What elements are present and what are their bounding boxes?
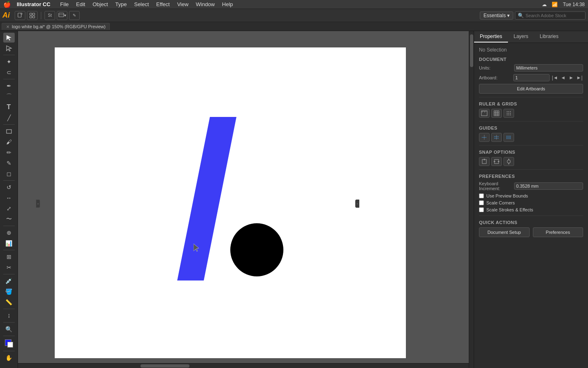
view-toggle-btn[interactable]: ▾ bbox=[57, 11, 67, 20]
blend-tool[interactable]: ⫶ bbox=[3, 311, 15, 321]
blue-parallelogram[interactable] bbox=[177, 117, 236, 280]
search-stock-input[interactable] bbox=[526, 13, 583, 18]
menu-effect[interactable]: Effect bbox=[153, 0, 173, 9]
fill-stroke-colors[interactable] bbox=[3, 338, 15, 349]
vscroll-thumb[interactable] bbox=[470, 34, 473, 67]
artboard-btn[interactable]: St bbox=[45, 11, 55, 20]
menu-file[interactable]: File bbox=[57, 0, 72, 9]
hand-tool[interactable]: ✋ bbox=[3, 353, 15, 363]
snap-icons bbox=[479, 157, 583, 166]
snap-icon-3[interactable] bbox=[503, 157, 514, 166]
pen-tool[interactable]: ✒ bbox=[3, 81, 15, 91]
new-document-btn[interactable] bbox=[15, 11, 25, 20]
library-btn[interactable] bbox=[27, 11, 38, 20]
divider-1 bbox=[479, 97, 583, 97]
rotate-tool[interactable]: ↺ bbox=[3, 182, 15, 192]
ruler-grids-label: Ruler & Grids bbox=[479, 101, 583, 106]
measure-tool[interactable]: 📏 bbox=[3, 297, 15, 307]
blob-brush-tool[interactable]: ✏ bbox=[3, 148, 15, 157]
canvas-vscrollbar[interactable] bbox=[469, 31, 474, 368]
guides-icon-3[interactable] bbox=[503, 133, 514, 142]
menu-type[interactable]: Type bbox=[112, 0, 130, 9]
tab-properties[interactable]: Properties bbox=[474, 31, 508, 43]
graph-tool[interactable]: 📊 bbox=[3, 238, 15, 248]
canvas-hscrollbar[interactable] bbox=[18, 363, 469, 368]
type-tool[interactable]: T bbox=[3, 102, 15, 112]
tab-layers[interactable]: Layers bbox=[508, 31, 534, 43]
dots-grid-icon-btn[interactable] bbox=[503, 109, 514, 118]
grid-icon-btn[interactable] bbox=[491, 109, 502, 118]
zoom-tool[interactable]: 🔍 bbox=[3, 324, 15, 334]
guides-icon-2[interactable] bbox=[491, 133, 502, 142]
svg-rect-9 bbox=[7, 130, 11, 133]
artboard-tool[interactable]: ⊞ bbox=[3, 252, 15, 262]
magic-wand-tool[interactable]: ✦ bbox=[3, 57, 15, 67]
hscroll-thumb[interactable] bbox=[140, 364, 189, 368]
use-preview-bounds-checkbox[interactable] bbox=[479, 193, 484, 198]
warp-tool[interactable]: 〜 bbox=[3, 214, 15, 224]
paintbrush-tool[interactable]: 🖌 bbox=[3, 137, 15, 147]
edit-artboards-button[interactable]: Edit Artboards bbox=[479, 84, 583, 94]
pencil-tool[interactable]: ✎ bbox=[3, 158, 15, 168]
units-select[interactable]: Millimeters bbox=[514, 64, 583, 72]
lasso-tool[interactable]: ⊂ bbox=[3, 67, 15, 77]
scale-corners-label[interactable]: Scale Corners bbox=[486, 200, 515, 205]
pen-tool-btn[interactable]: ✎ bbox=[69, 11, 80, 20]
preferences-button[interactable]: Preferences bbox=[533, 227, 584, 237]
artboard-next[interactable]: ► bbox=[568, 74, 575, 81]
search-icon: 🔍 bbox=[518, 13, 524, 18]
artboard-prev-prev[interactable]: |◄ bbox=[551, 74, 559, 81]
selection-tool[interactable] bbox=[3, 33, 15, 43]
artboard-prev[interactable]: ◄ bbox=[559, 74, 567, 81]
paint-bucket-tool[interactable]: 🪣 bbox=[3, 287, 15, 296]
document-section-title: Document bbox=[479, 57, 583, 62]
scale-strokes-checkbox[interactable] bbox=[479, 207, 484, 212]
svg-rect-5 bbox=[30, 16, 32, 18]
document-setup-button[interactable]: Document Setup bbox=[479, 227, 530, 237]
snap-icon-1[interactable] bbox=[479, 157, 490, 166]
menu-view[interactable]: View bbox=[174, 0, 192, 9]
svg-marker-10 bbox=[177, 117, 236, 280]
artboard-label: Artboard: bbox=[479, 75, 512, 80]
scale-strokes-label[interactable]: Scale Strokes & Effects bbox=[486, 207, 533, 212]
use-preview-bounds-label[interactable]: Use Preview Bounds bbox=[486, 193, 528, 198]
app-name: Illustrator CC bbox=[17, 1, 50, 7]
guides-icon-1[interactable] bbox=[479, 133, 490, 142]
collapse-left-arrow[interactable]: › bbox=[36, 200, 40, 208]
reflect-tool[interactable]: ↔ bbox=[3, 193, 15, 203]
line-tool[interactable]: ╱ bbox=[3, 113, 15, 123]
menu-edit[interactable]: Edit bbox=[73, 0, 88, 9]
eraser-tool[interactable]: ◻ bbox=[3, 169, 15, 179]
slice-tool[interactable]: ✂ bbox=[3, 263, 15, 272]
quick-actions-row: Document Setup Preferences bbox=[479, 227, 583, 237]
scale-corners-checkbox[interactable] bbox=[479, 200, 484, 205]
properties-content: No Selection Document Units: Millimeters… bbox=[474, 43, 588, 241]
snap-icon-2[interactable] bbox=[491, 157, 502, 166]
direct-selection-tool[interactable] bbox=[3, 43, 15, 53]
svg-point-27 bbox=[507, 114, 508, 115]
menu-help[interactable]: Help bbox=[219, 0, 236, 9]
keyboard-increment-input[interactable]: 0.3528 mm bbox=[514, 182, 583, 190]
menu-window[interactable]: Window bbox=[193, 0, 218, 9]
eyedropper-tool[interactable]: 💉 bbox=[3, 276, 15, 286]
search-stock[interactable]: 🔍 bbox=[515, 11, 586, 20]
close-tab-icon[interactable]: ✕ bbox=[6, 25, 9, 29]
canvas-scroll[interactable] bbox=[18, 31, 474, 368]
curvature-tool[interactable]: ⌒ bbox=[3, 92, 15, 101]
scale-tool[interactable]: ⤢ bbox=[3, 204, 15, 213]
rectangle-tool[interactable] bbox=[3, 126, 15, 136]
artboard-next-next[interactable]: ►| bbox=[576, 74, 583, 81]
document-tab[interactable]: ✕ logo white bg.ai* @ 150% (RGB/GPU Prev… bbox=[2, 23, 110, 30]
ruler-icon-btn[interactable] bbox=[479, 109, 490, 118]
collapse-right-arrow[interactable]: ‹ bbox=[355, 200, 359, 208]
tab-libraries[interactable]: Libraries bbox=[534, 31, 564, 43]
canvas-area[interactable]: › ‹ bbox=[18, 31, 474, 368]
menu-object[interactable]: Object bbox=[89, 0, 111, 9]
tool-sep-6 bbox=[3, 250, 15, 250]
black-circle[interactable] bbox=[230, 223, 283, 276]
essentials-btn[interactable]: Essentials ▾ bbox=[480, 11, 513, 20]
apple-menu[interactable]: 🍎 bbox=[3, 1, 11, 8]
menu-select[interactable]: Select bbox=[131, 0, 152, 9]
artboard-select[interactable]: 1 bbox=[513, 74, 550, 81]
symbol-sprayer-tool[interactable]: ⊕ bbox=[3, 228, 15, 238]
